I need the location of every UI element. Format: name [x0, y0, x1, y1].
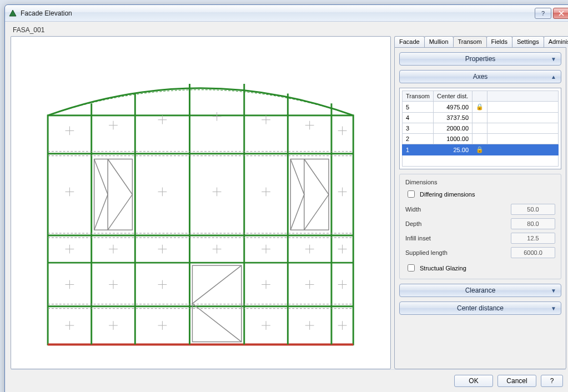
cell-transom: 5	[403, 102, 434, 113]
cell-transom: 2	[403, 134, 434, 144]
cell-transom: 1	[403, 144, 434, 155]
cell-spare	[487, 123, 559, 134]
cell-lock	[473, 113, 487, 123]
infill-field[interactable]	[511, 233, 555, 244]
accordion-properties[interactable]: Properties ▼	[399, 52, 561, 66]
cell-lock: 🔒	[473, 102, 487, 113]
svg-marker-0	[9, 10, 16, 16]
cell-center-dist: 2000.00	[434, 123, 473, 134]
cell-transom: 4	[403, 113, 434, 123]
facade-drawing	[26, 50, 375, 355]
right-panel: Facade Mullion Transom Fields Settings A…	[394, 36, 566, 369]
window-title: Facade Elevation	[21, 9, 533, 17]
cell-center-dist: 3737.50	[434, 113, 473, 123]
dimensions-legend: Dimensions	[405, 179, 555, 185]
app-icon	[8, 9, 17, 18]
tab-body: Properties ▼ Axes ▲ Transom Center di	[394, 47, 566, 369]
differing-dimensions-label: Differing dimensions	[420, 191, 475, 198]
depth-field[interactable]	[511, 218, 555, 229]
structural-glazing-checkbox[interactable]	[408, 264, 415, 272]
cell-spare	[487, 134, 559, 144]
cell-center-dist: 1000.00	[434, 134, 473, 144]
supplied-label: Supplied length	[405, 249, 448, 256]
differing-dimensions-checkbox[interactable]	[408, 190, 415, 198]
tab-fields[interactable]: Fields	[486, 36, 512, 47]
lock-icon: 🔒	[476, 146, 484, 153]
table-row[interactable]: 43737.50	[403, 113, 559, 123]
close-button[interactable]	[553, 8, 568, 19]
facade-preview	[11, 36, 391, 369]
cell-transom: 3	[403, 123, 434, 134]
tabs: Facade Mullion Transom Fields Settings A…	[394, 36, 566, 47]
table-row[interactable]: 32000.00	[403, 123, 559, 134]
width-label: Width	[405, 206, 421, 213]
table-row[interactable]: 54975.00🔒	[403, 102, 559, 113]
table-row[interactable]: 21000.00	[403, 134, 559, 144]
structural-glazing-label: Structual Glazing	[420, 265, 466, 272]
tab-facade[interactable]: Facade	[394, 36, 425, 47]
chevron-up-icon: ▲	[551, 74, 556, 80]
cell-center-dist: 25.00	[434, 144, 473, 155]
infill-label: Infill inset	[405, 235, 431, 242]
cell-spare	[487, 144, 559, 155]
dimensions-group: Dimensions Differing dimensions Width De…	[399, 174, 561, 279]
chevron-down-icon: ▼	[551, 305, 556, 311]
svg-rect-19	[94, 159, 133, 230]
facade-identifier: FASA_001	[13, 26, 566, 34]
depth-label: Depth	[405, 220, 421, 227]
transom-table[interactable]: Transom Center dist. 54975.00🔒43737.5032…	[402, 91, 559, 155]
footer-help-button[interactable]: ?	[541, 375, 563, 387]
titlebar: Facade Elevation ?	[5, 5, 568, 22]
help-button[interactable]: ?	[535, 8, 551, 19]
supplied-field[interactable]	[511, 247, 555, 258]
width-field[interactable]	[511, 204, 555, 215]
tab-administration[interactable]: Administration	[544, 36, 568, 47]
tab-settings[interactable]: Settings	[512, 36, 544, 47]
accordion-center-distance[interactable]: Center distance ▼	[399, 301, 561, 315]
col-spare	[487, 91, 559, 102]
tab-mullion[interactable]: Mullion	[424, 36, 454, 47]
tab-transom[interactable]: Transom	[453, 36, 487, 47]
cell-lock: 🔒	[473, 144, 487, 155]
table-row[interactable]: 125.00🔒	[403, 144, 559, 155]
col-center-dist[interactable]: Center dist.	[434, 91, 473, 102]
accordion-clearance[interactable]: Clearance ▼	[399, 284, 561, 297]
col-transom[interactable]: Transom	[403, 91, 434, 102]
transom-table-wrap: Transom Center dist. 54975.00🔒43737.5032…	[399, 88, 561, 169]
svg-rect-23	[193, 265, 242, 342]
accordion-axes[interactable]: Axes ▲	[399, 70, 561, 83]
chevron-down-icon: ▼	[551, 288, 556, 294]
dialog-window: Facade Elevation ? FASA_001	[4, 4, 568, 392]
col-lock	[473, 91, 487, 102]
cell-spare	[487, 113, 559, 123]
cell-lock	[473, 134, 487, 144]
cell-lock	[473, 123, 487, 134]
cancel-button[interactable]: Cancel	[497, 375, 536, 387]
svg-rect-21	[291, 159, 329, 230]
chevron-down-icon: ▼	[551, 56, 556, 62]
cell-spare	[487, 102, 559, 113]
dialog-footer: OK Cancel ?	[11, 369, 566, 391]
lock-icon: 🔒	[476, 103, 484, 110]
ok-button[interactable]: OK	[454, 375, 493, 387]
cell-center-dist: 4975.00	[434, 102, 473, 113]
